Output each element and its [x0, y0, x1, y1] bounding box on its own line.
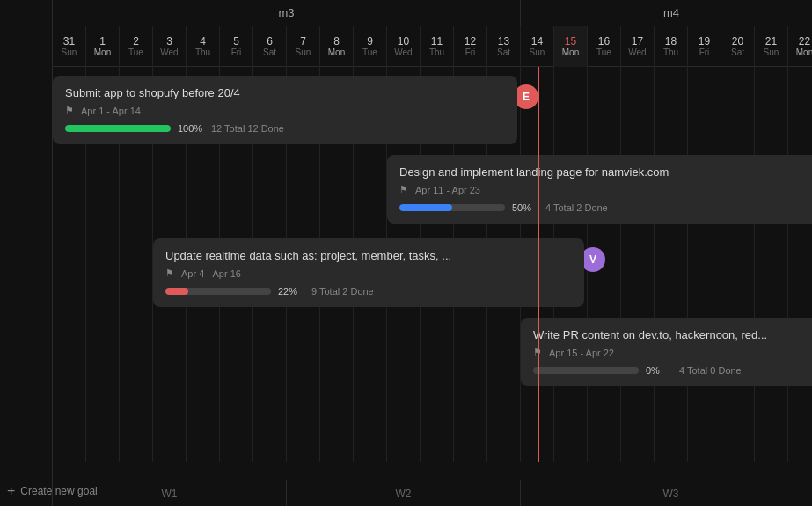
day-number: 7 [300, 35, 306, 48]
day-col-2: 2Tue [120, 26, 153, 67]
task-progress-row: 50%4 Total 2 Done [399, 202, 806, 213]
day-number: 21 [765, 35, 777, 48]
grid-line [788, 67, 812, 462]
day-name: Mon [328, 48, 345, 58]
grid-line [755, 67, 788, 462]
day-number: 22 [799, 35, 810, 48]
day-col-22: 22Mon [788, 26, 812, 67]
day-name: Sun [296, 48, 311, 58]
day-col-18: 18Thu [655, 26, 688, 67]
day-number: 3 [166, 35, 172, 48]
day-col-14: 14Sun [521, 26, 554, 67]
day-number: 18 [665, 35, 677, 48]
task-card-task3[interactable]: Update realtime data such as: project, m… [153, 238, 584, 307]
day-col-6: 6Sat [253, 26, 287, 67]
day-col-31: 31Sun [53, 26, 86, 67]
grid-line [721, 67, 755, 462]
progress-label: 0% [646, 365, 672, 376]
progress-label: 50% [512, 202, 538, 213]
day-name: Sat [263, 48, 276, 58]
task-date-range: Apr 4 - Apr 16 [181, 268, 241, 279]
progress-fill [165, 288, 188, 295]
task-dates: ⚑Apr 4 - Apr 16 [165, 268, 572, 279]
day-number: 31 [63, 35, 75, 48]
progress-fill [65, 125, 171, 132]
day-name: Wed [628, 48, 646, 58]
day-name: Wed [160, 48, 178, 58]
day-col-20: 20Sat [721, 26, 755, 67]
task-title: Design and implement landing page for na… [399, 165, 806, 179]
plus-icon: + [7, 483, 15, 499]
week-label-w3: W3 [521, 480, 812, 506]
task-title: Write PR content on dev.to, hackernoon, … [533, 328, 806, 341]
day-col-15: 15Mon [554, 26, 588, 67]
task-avatar-task3: V [581, 247, 605, 272]
day-number: 17 [632, 35, 643, 48]
day-number: 6 [267, 35, 273, 48]
day-number: 5 [233, 35, 239, 48]
grid-line [688, 67, 721, 462]
task-progress-row: 0%4 Total 0 Done [533, 365, 806, 376]
task-card-task1[interactable]: Submit app to shopufy before 20/4⚑Apr 1 … [53, 76, 517, 144]
day-number: 16 [598, 35, 610, 48]
day-col-3: 3Wed [153, 26, 187, 67]
day-col-7: 7Sun [287, 26, 320, 67]
day-name: Wed [394, 48, 412, 58]
day-number: 8 [333, 35, 340, 48]
day-name: Sat [497, 48, 510, 58]
day-number: 14 [531, 35, 543, 48]
day-number: 20 [732, 35, 743, 48]
progress-bar-wrap [533, 367, 639, 374]
task-dates: ⚑Apr 1 - Apr 14 [65, 105, 505, 116]
day-col-12: 12Fri [454, 26, 487, 67]
day-col-4: 4Thu [187, 26, 220, 67]
day-col-1: 1Mon [86, 26, 120, 67]
task-stats: 9 Total 2 Done [311, 286, 374, 297]
grid-line [655, 67, 688, 462]
day-name: Tue [128, 48, 143, 58]
task-avatar-task1: E [514, 84, 538, 109]
left-sidebar [0, 0, 53, 506]
gantt-container: m3 m4 31Sun1Mon2Tue3Wed4Thu5Fri6Sat7Sun8… [0, 0, 812, 506]
task-card-task4[interactable]: Write PR content on dev.to, hackernoon, … [521, 318, 812, 386]
week-bar: W1W2W3 [53, 480, 812, 506]
day-number: 4 [200, 35, 206, 48]
day-name: Tue [362, 48, 377, 58]
day-col-11: 11Thu [421, 26, 454, 67]
create-goal-button[interactable]: + Create new goal [7, 483, 98, 499]
task-card-task2[interactable]: Design and implement landing page for na… [387, 155, 812, 224]
task-stats: 12 Total 12 Done [211, 123, 284, 134]
day-name: Sun [530, 48, 545, 58]
day-name: Sat [731, 48, 744, 58]
day-name: Tue [596, 48, 611, 58]
task-date-range: Apr 11 - Apr 23 [415, 185, 480, 195]
day-col-8: 8Mon [320, 26, 354, 67]
flag-icon: ⚑ [399, 184, 408, 195]
day-name: Mon [796, 48, 812, 58]
day-name: Fri [465, 48, 476, 58]
day-col-9: 9Tue [354, 26, 387, 67]
milestone-header: m3 m4 [0, 0, 812, 26]
day-number: 11 [431, 35, 443, 48]
task-date-range: Apr 1 - Apr 14 [81, 106, 141, 116]
day-col-17: 17Wed [621, 26, 655, 67]
progress-bar-wrap [65, 125, 171, 132]
milestone-m4: m4 [521, 0, 812, 26]
day-col-19: 19Fri [688, 26, 721, 67]
task-stats: 4 Total 2 Done [545, 202, 608, 213]
day-name: Sun [62, 48, 77, 58]
grid-line [621, 67, 655, 462]
progress-fill [399, 204, 452, 211]
day-number: 19 [699, 35, 710, 48]
day-name: Sun [764, 48, 779, 58]
day-col-21: 21Sun [755, 26, 788, 67]
day-col-16: 16Tue [588, 26, 621, 67]
progress-bar-wrap [165, 288, 271, 295]
day-col-13: 13Sat [487, 26, 521, 67]
task-progress-row: 100%12 Total 12 Done [65, 123, 505, 134]
day-name: Mon [562, 48, 579, 58]
days-header: 31Sun1Mon2Tue3Wed4Thu5Fri6Sat7Sun8Mon9Tu… [53, 26, 812, 67]
day-number: 10 [398, 35, 409, 48]
task-title: Update realtime data such as: project, m… [165, 249, 572, 262]
day-number: 1 [99, 35, 106, 48]
